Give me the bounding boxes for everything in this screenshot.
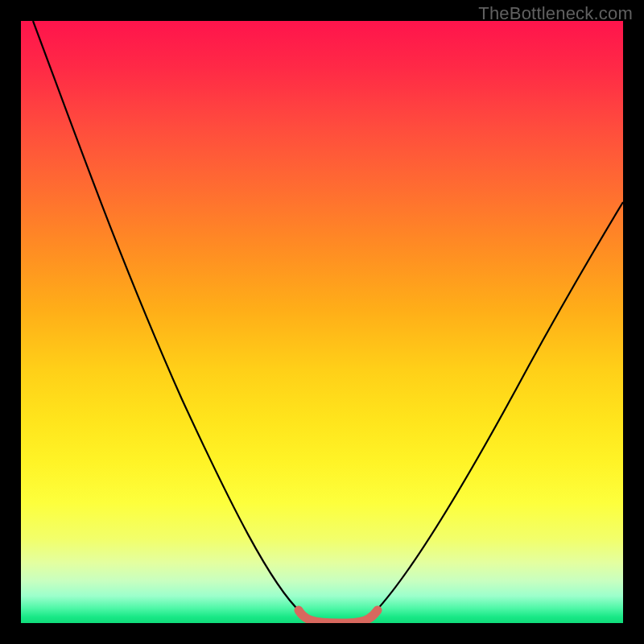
flat-zone-highlight — [299, 610, 378, 623]
plot-area — [21, 21, 623, 623]
chart-svg — [21, 21, 623, 623]
watermark-text: TheBottleneck.com — [478, 3, 633, 24]
bottleneck-curve — [33, 21, 623, 623]
